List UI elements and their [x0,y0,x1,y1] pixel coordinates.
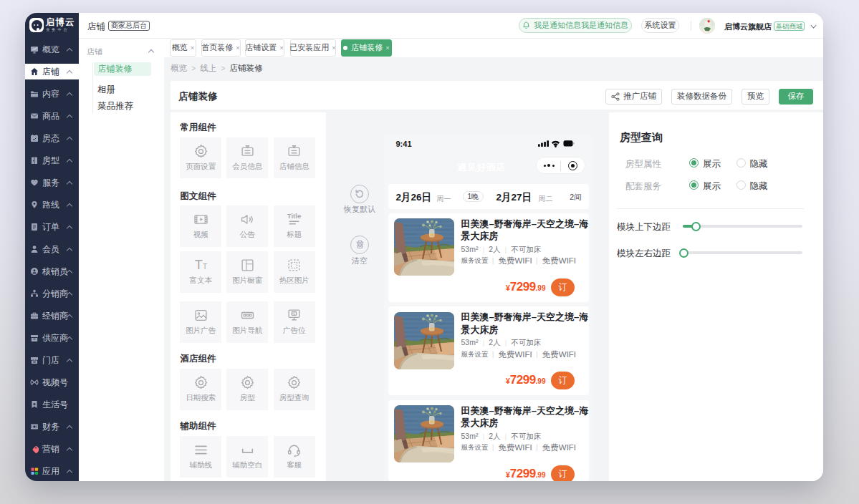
svg-text:TT: TT [195,258,207,272]
svg-text:Title: Title [287,212,302,220]
svg-text:AD: AD [292,311,297,316]
